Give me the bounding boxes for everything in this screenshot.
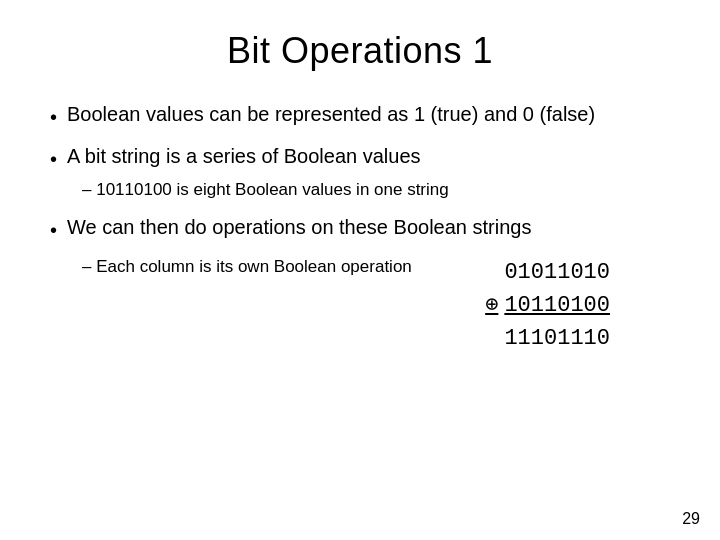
op-row-1: 01011010 <box>504 256 610 289</box>
operations-section: – Each column is its own Boolean operati… <box>50 251 670 355</box>
bullet-3-group: • We can then do operations on these Boo… <box>50 213 670 355</box>
bullet-dot-3: • <box>50 216 57 245</box>
slide-title: Bit Operations 1 <box>50 30 670 72</box>
op-row-2: ⊕ 10110100 <box>485 289 610 322</box>
operations-right: 01011010 ⊕ 10110100 11101110 <box>485 256 610 355</box>
bullet-2-group: • A bit string is a series of Boolean va… <box>50 142 670 203</box>
op-value-3: 11101110 <box>504 322 610 355</box>
op-value-1: 01011010 <box>504 256 610 289</box>
page-number: 29 <box>682 510 700 528</box>
slide: Bit Operations 1 • Boolean values can be… <box>0 0 720 540</box>
op-row-3: 11101110 <box>504 322 610 355</box>
bullet-text-3: We can then do operations on these Boole… <box>67 213 670 242</box>
bullet-3: • We can then do operations on these Boo… <box>50 213 670 245</box>
sub-text-3: – Each column is its own Boolean operati… <box>82 255 412 280</box>
bullet-text-1: Boolean values can be represented as 1 (… <box>67 100 670 129</box>
content-area: • Boolean values can be represented as 1… <box>50 100 670 510</box>
sub-text-2: – 10110100 is eight Boolean values in on… <box>82 178 449 203</box>
bullet-2: • A bit string is a series of Boolean va… <box>50 142 670 174</box>
op-symbol: ⊕ <box>485 289 498 322</box>
sub-bullet-3: – Each column is its own Boolean operati… <box>50 255 485 280</box>
bullet-1: • Boolean values can be represented as 1… <box>50 100 670 132</box>
bullet-text-2: A bit string is a series of Boolean valu… <box>67 142 670 171</box>
bullet-dot-1: • <box>50 103 57 132</box>
op-value-2: 10110100 <box>504 289 610 322</box>
bullet-dot-2: • <box>50 145 57 174</box>
sub-bullet-2: – 10110100 is eight Boolean values in on… <box>50 178 670 203</box>
operations-left: – Each column is its own Boolean operati… <box>50 251 485 280</box>
